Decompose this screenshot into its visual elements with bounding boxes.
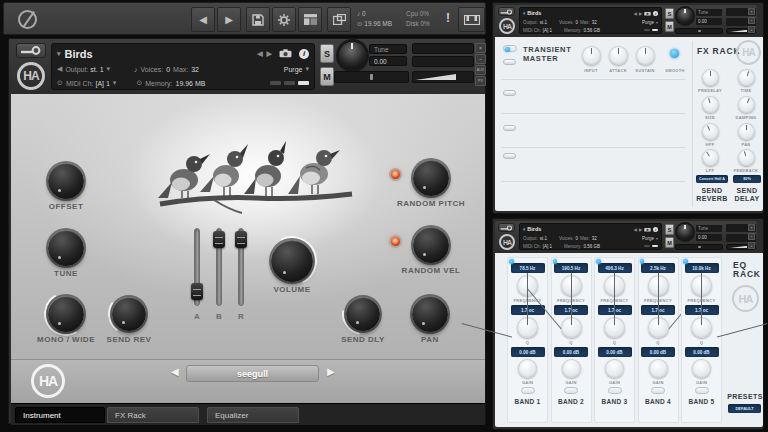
band5-toggle[interactable]	[695, 387, 709, 394]
band1-frequency-value[interactable]: 78.5 Hz	[511, 263, 545, 273]
pv-button[interactable]: PV	[475, 76, 486, 86]
band2-gain-value[interactable]: 0.00 dB	[554, 347, 588, 357]
tab-fx-rack[interactable]: FX Rack	[107, 407, 199, 423]
next-instrument-button[interactable]: ▶	[639, 11, 642, 16]
offset-knob[interactable]	[48, 163, 84, 199]
aux-button[interactable]: AUX	[475, 65, 486, 75]
close-button[interactable]: ×	[748, 224, 755, 231]
options-button[interactable]	[272, 7, 296, 32]
band4-gain-knob[interactable]	[649, 359, 668, 378]
band3-toggle[interactable]	[608, 387, 622, 394]
pan-slider-handle[interactable]	[698, 246, 701, 248]
tune-value-box[interactable]: 0.00	[696, 234, 722, 241]
instrument-title[interactable]: Birds	[527, 10, 541, 16]
pan-slider[interactable]	[675, 28, 723, 34]
tune-knob[interactable]	[677, 8, 693, 24]
midi-channel-selector[interactable]: MIDI Ch: [A] 1	[66, 80, 110, 87]
instrument-title[interactable]: Birds	[527, 226, 541, 232]
info-icon[interactable]: i	[653, 227, 658, 232]
mute-button[interactable]: M	[320, 67, 334, 86]
sample-selector-button[interactable]: seegull	[186, 365, 319, 382]
purge-button[interactable]: Purge	[284, 66, 303, 73]
band5-gain-value[interactable]: 0.00 dB	[685, 347, 719, 357]
fx-slot-handle[interactable]	[503, 59, 516, 65]
delay-damping-knob[interactable]	[738, 96, 755, 113]
random-vel-knob[interactable]	[413, 227, 449, 263]
keyboard-toggle-button[interactable]	[458, 7, 485, 32]
prev-sample-button[interactable]: ◀	[171, 366, 179, 377]
view-layout-button[interactable]	[298, 7, 322, 32]
prev-instrument-button[interactable]: ◀	[634, 11, 637, 16]
solo-button[interactable]: S	[320, 44, 334, 63]
slider-b-handle[interactable]	[213, 231, 225, 248]
send-dly-knob[interactable]	[346, 297, 380, 331]
mute-button[interactable]: M	[665, 237, 674, 248]
send-rev-knob[interactable]	[112, 297, 146, 331]
band3-frequency-value[interactable]: 406.3 Hz	[598, 263, 632, 273]
prev-instrument-button[interactable]: ◀	[257, 50, 262, 58]
transient-smooth-knob[interactable]	[670, 49, 679, 58]
reverb-predelay-knob[interactable]	[702, 69, 719, 86]
minimize-button[interactable]: −	[748, 233, 755, 240]
instrument-menu-caret[interactable]: ▾	[57, 50, 61, 58]
reverb-size-knob[interactable]	[702, 96, 719, 113]
purge-caret[interactable]: ▾	[656, 236, 658, 241]
pv-button[interactable]: +	[748, 242, 755, 249]
snapshot-camera-icon[interactable]	[644, 11, 651, 16]
volume-knob[interactable]	[271, 240, 313, 282]
midi-caret[interactable]: ▾	[113, 79, 117, 87]
purge-button[interactable]: Purge	[642, 236, 654, 241]
minimize-button[interactable]: −	[475, 54, 486, 64]
solo-button[interactable]: S	[665, 224, 674, 235]
delay-pan-knob[interactable]	[738, 123, 755, 140]
back-button[interactable]: ◀	[191, 7, 215, 32]
fx-slot-handle[interactable]	[503, 125, 516, 131]
next-instrument-button[interactable]: ▶	[639, 227, 642, 232]
band2-toggle[interactable]	[564, 387, 578, 394]
fx-slot-handle[interactable]	[503, 153, 516, 159]
instrument-menu-caret[interactable]: ▾	[523, 227, 525, 232]
tab-equalizer[interactable]: Equalizer	[207, 407, 299, 423]
pan-slider-handle[interactable]	[370, 74, 373, 80]
slider-a-handle[interactable]	[191, 283, 203, 300]
band1-toggle[interactable]	[521, 387, 535, 394]
pv-button[interactable]: +	[748, 26, 755, 33]
forward-button[interactable]: ▶	[217, 7, 241, 32]
solo-button[interactable]: S	[665, 8, 674, 19]
slider-a-track[interactable]	[194, 228, 200, 306]
transient-sustain-knob[interactable]	[636, 46, 655, 65]
delay-feedback-knob[interactable]	[738, 149, 755, 166]
tune-knob[interactable]	[677, 224, 693, 240]
transient-attack-knob[interactable]	[609, 46, 628, 65]
output-caret[interactable]: ▾	[107, 65, 111, 73]
mono-wide-knob[interactable]	[48, 296, 84, 332]
band1-gain-knob[interactable]	[518, 359, 537, 378]
next-instrument-button[interactable]: ▶	[267, 50, 272, 58]
band2-frequency-value[interactable]: 190.5 Hz	[554, 263, 588, 273]
instrument-menu-caret[interactable]: ▾	[523, 11, 525, 16]
save-button[interactable]	[246, 7, 270, 32]
random-pitch-knob[interactable]	[413, 160, 449, 196]
band4-gain-value[interactable]: 0.00 dB	[641, 347, 675, 357]
purge-caret[interactable]: ▾	[656, 20, 658, 25]
band4-frequency-value[interactable]: 2.5k Hz	[641, 263, 675, 273]
reverb-preset-button[interactable]: Concert Hall A	[696, 175, 728, 183]
purge-caret[interactable]: ▾	[305, 65, 309, 73]
workspace-button[interactable]	[327, 7, 351, 32]
minimize-button[interactable]: −	[748, 17, 755, 24]
pan-slider-handle[interactable]	[698, 30, 701, 32]
tune-knob[interactable]	[339, 42, 366, 69]
band3-gain-value[interactable]: 0.00 dB	[598, 347, 632, 357]
tune-value-box[interactable]: 0.00	[369, 56, 407, 66]
band4-toggle[interactable]	[651, 387, 665, 394]
edit-wrench-button[interactable]	[498, 7, 515, 16]
reverb-hpf-knob[interactable]	[702, 123, 719, 140]
delay-time-knob[interactable]	[738, 69, 755, 86]
info-icon[interactable]: i	[653, 11, 658, 16]
prev-instrument-button[interactable]: ◀	[634, 227, 637, 232]
close-button[interactable]: ×	[748, 8, 755, 15]
band3-gain-knob[interactable]	[605, 359, 624, 378]
tune-value-box[interactable]: 0.00	[696, 18, 722, 25]
purge-button[interactable]: Purge	[642, 20, 654, 25]
transient-input-knob[interactable]	[582, 46, 601, 65]
